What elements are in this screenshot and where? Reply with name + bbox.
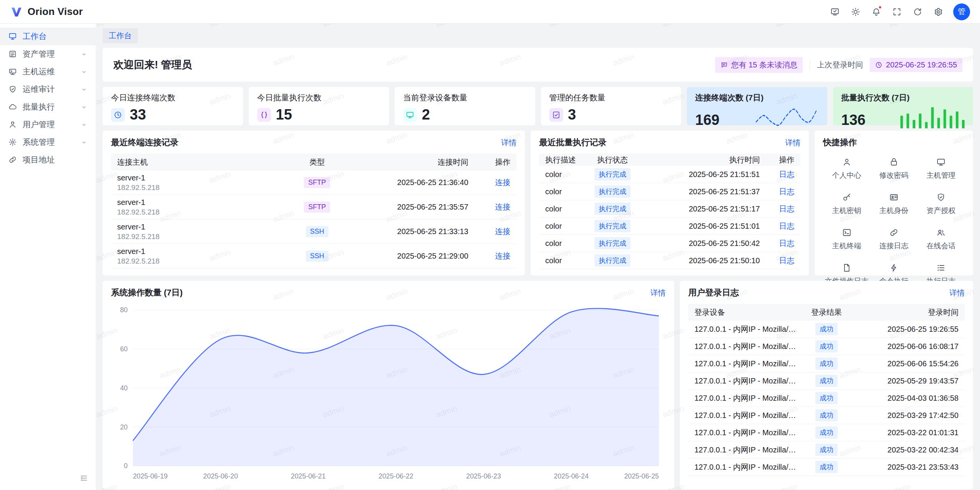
stat-value: 169 xyxy=(695,112,719,128)
sidebar-item[interactable]: 用户管理 xyxy=(0,116,96,133)
sidebar-item-icon xyxy=(8,32,17,41)
stat-icon xyxy=(111,108,125,122)
stat-value: 3 xyxy=(568,107,576,123)
stat-spark-card: 批量执行次数 (7日) 136 xyxy=(833,87,973,125)
svg-text:2025-06-21: 2025-06-21 xyxy=(291,472,326,480)
stat-label: 连接终端次数 (7日) xyxy=(695,92,819,103)
table-header: 执行描述 执行状态 执行时间 操作 xyxy=(539,154,800,166)
sidebar-item[interactable]: 系统管理 xyxy=(0,133,96,151)
log-link[interactable]: 日志 xyxy=(779,169,794,180)
quick-action-label: 修改密码 xyxy=(879,170,908,180)
status-badge: 执行完成 xyxy=(595,168,630,180)
column-type: 类型 xyxy=(288,157,346,167)
terminal-records-detail-link[interactable]: 详情 xyxy=(501,138,516,148)
quick-action[interactable]: 在线会话 xyxy=(918,228,965,251)
connect-time: 2025-06-25 21:33:13 xyxy=(346,227,468,236)
stat-label: 管理的任务数量 xyxy=(549,92,673,103)
svg-text:0: 0 xyxy=(124,462,127,470)
quick-action[interactable]: 主机密钥 xyxy=(823,193,870,216)
connect-link[interactable]: 连接 xyxy=(495,202,510,212)
log-link[interactable]: 日志 xyxy=(779,204,794,214)
table-row: 127.0.0.1 - 内网IP - Mozilla/5.0 (Windows … xyxy=(688,321,965,338)
topbar-icon-button[interactable] xyxy=(930,4,946,20)
quick-action-icon xyxy=(889,193,898,202)
column-time: 登录时间 xyxy=(855,307,959,318)
watermark-text: admin xyxy=(96,24,119,28)
host-name: server-1 xyxy=(117,223,288,231)
topbar-icon-button[interactable] xyxy=(868,4,884,20)
exec-time: 2025-06-25 21:51:01 xyxy=(645,222,760,231)
sidebar-item[interactable]: 资产管理 xyxy=(0,45,96,63)
log-link[interactable]: 日志 xyxy=(779,256,794,266)
chevron-down-icon xyxy=(81,121,87,128)
chevron-down-icon xyxy=(81,86,87,93)
avatar[interactable]: 管 xyxy=(953,3,970,20)
svg-text:2025-06-19: 2025-06-19 xyxy=(133,472,168,480)
watermark-text: admin xyxy=(208,24,232,28)
table-row: 127.0.0.1 - 内网IP - Mozilla/5.0 (Windows … xyxy=(688,390,965,407)
quick-action[interactable]: 修改密码 xyxy=(870,157,917,180)
svg-text:40: 40 xyxy=(120,384,128,392)
quick-action[interactable]: 主机管理 xyxy=(918,157,965,180)
topbar-icon-button[interactable] xyxy=(910,4,926,20)
sidebar-item-label: 资产管理 xyxy=(23,49,55,59)
exec-time: 2025-06-25 21:50:10 xyxy=(645,256,760,265)
result-badge: 成功 xyxy=(815,357,838,370)
sidebar-collapse-button[interactable] xyxy=(77,472,90,485)
table-header: 登录设备 登录结果 登录时间 xyxy=(688,304,965,321)
connect-link[interactable]: 连接 xyxy=(495,251,510,261)
column-status: 执行状态 xyxy=(580,155,645,165)
sidebar-item[interactable]: 主机运维 xyxy=(0,63,96,80)
batch-records-detail-link[interactable]: 详情 xyxy=(785,138,800,148)
connect-link[interactable]: 连接 xyxy=(495,226,510,237)
table-row: 127.0.0.1 - 内网IP - Mozilla/5.0 (Windows … xyxy=(688,407,965,424)
exec-time: 2025-06-25 21:51:51 xyxy=(645,170,760,179)
sidebar-item[interactable]: 运维审计 xyxy=(0,80,96,98)
sidebar-item-label: 项目地址 xyxy=(23,154,55,165)
quick-action-label: 主机终端 xyxy=(832,241,861,251)
log-link[interactable]: 日志 xyxy=(779,187,794,197)
log-link[interactable]: 日志 xyxy=(779,238,794,249)
table-row: 127.0.0.1 - 内网IP - Mozilla/5.0 (Windows … xyxy=(688,372,965,390)
result-badge: 成功 xyxy=(815,392,838,404)
watermark-text: admin xyxy=(548,24,572,28)
app-title: Orion Visor xyxy=(28,6,83,18)
quick-action[interactable]: 个人中心 xyxy=(823,157,870,180)
topbar-icon-button[interactable] xyxy=(848,4,864,20)
sidebar-item[interactable]: 工作台 xyxy=(0,28,96,45)
sidebar-item[interactable]: 批量执行 xyxy=(0,98,96,116)
login-log-panel: 用户登录日志 详情 登录设备 登录结果 登录时间 127.0.0.1 - 内网I… xyxy=(680,281,973,489)
stat-icon xyxy=(549,108,563,122)
connect-link[interactable]: 连接 xyxy=(495,177,510,188)
login-log-detail-link[interactable]: 详情 xyxy=(949,288,965,298)
topbar-icon xyxy=(830,7,840,16)
status-badge: 执行完成 xyxy=(595,237,630,249)
quick-action[interactable]: 主机终端 xyxy=(823,228,870,251)
table-row: server-1 182.92.5.218 SFTP 2025-06-25 21… xyxy=(111,195,516,220)
exec-time: 2025-06-25 21:51:37 xyxy=(645,187,760,196)
topbar-icon-button[interactable] xyxy=(889,4,905,20)
quick-action-icon xyxy=(889,263,898,272)
topbar-actions: 管 xyxy=(827,3,970,20)
column-host: 连接主机 xyxy=(117,157,288,167)
topbar-icon-button[interactable] xyxy=(827,4,843,20)
login-time: 2025-06-25 19:26:55 xyxy=(855,325,959,334)
table-row: 127.0.0.1 - 内网IP - Mozilla/5.0 (Windows … xyxy=(688,424,965,441)
quick-action[interactable]: 主机身份 xyxy=(870,193,917,216)
chevron-down-icon xyxy=(81,139,87,146)
ops-chart-detail-link[interactable]: 详情 xyxy=(650,288,666,298)
log-link[interactable]: 日志 xyxy=(779,221,794,231)
table-header: 连接主机 类型 连接时间 操作 xyxy=(111,154,516,170)
status-badge: 执行完成 xyxy=(595,185,630,198)
sidebar-item[interactable]: 项目地址 xyxy=(0,151,96,169)
stat-label: 今日批量执行次数 xyxy=(257,92,381,103)
login-time: 2025-03-21 23:53:43 xyxy=(855,463,959,472)
login-time: 2025-03-22 01:01:31 xyxy=(855,428,959,437)
breadcrumb[interactable]: 工作台 xyxy=(103,28,138,43)
result-badge: 成功 xyxy=(815,340,838,352)
unread-messages-badge[interactable]: 您有 15 条未读消息 xyxy=(715,57,803,73)
login-time: 2025-03-29 17:42:50 xyxy=(855,411,959,420)
sidebar-item-icon xyxy=(8,120,17,129)
quick-action[interactable]: 资产授权 xyxy=(918,193,965,216)
quick-action[interactable]: 连接日志 xyxy=(870,228,917,251)
